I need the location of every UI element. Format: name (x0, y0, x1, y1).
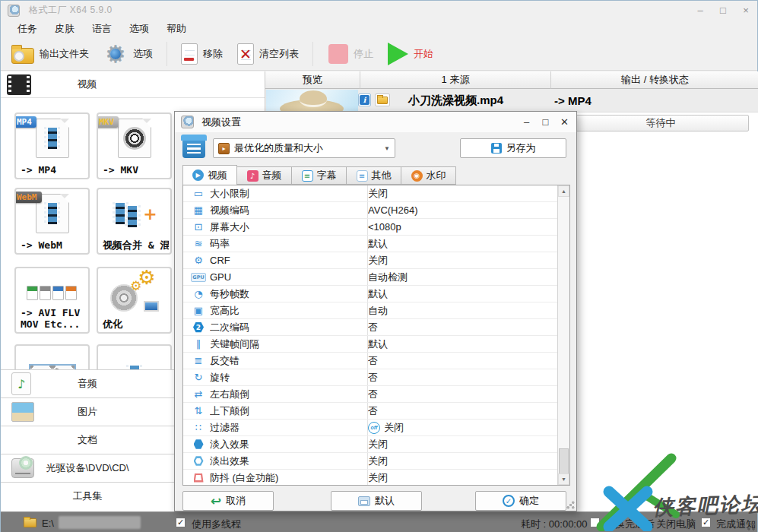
menu-item-0[interactable]: 任务 (14, 21, 40, 37)
remove-button[interactable]: 移除 (178, 42, 226, 66)
dialog-resize-grip[interactable] (566, 501, 575, 509)
card-icon-optimize: ⚙⚙ (98, 271, 170, 314)
setting-row-ruler[interactable]: ▭大小限制关闭 (183, 185, 569, 202)
setting-row-deinterlace[interactable]: ≣反交错否 (183, 353, 569, 369)
close-button[interactable]: × (741, 5, 751, 16)
scroll-down-arrow[interactable]: ▼ (558, 473, 569, 485)
check-circle-icon: ✓ (503, 495, 515, 507)
stabilize-icon (194, 473, 204, 483)
setting-row-chip[interactable]: ▦视频编码AVC(H264) (183, 202, 569, 219)
scroll-up-arrow[interactable]: ▲ (558, 185, 569, 197)
gear-icon: ⚙ (191, 255, 206, 266)
card-mp4[interactable]: MP4-> MP4 (14, 112, 90, 179)
setting-row-fadein[interactable]: 淡入效果关闭 (183, 436, 569, 453)
dialog-close-button[interactable]: ✕ (559, 116, 570, 128)
output-folder-button[interactable]: 输出文件夹 (8, 43, 92, 65)
setting-row-waves[interactable]: ≋码率默认 (183, 236, 569, 252)
setting-value-text: 关闭 (384, 421, 404, 435)
task-row[interactable]: i 小刀洗澡视频.mp4 -> MP4 (265, 89, 758, 112)
default-button[interactable]: 默认 (331, 491, 422, 511)
dialog-maximize-button[interactable]: □ (540, 116, 551, 128)
card-mkv[interactable]: MKV-> MKV (97, 112, 172, 179)
shutdown-option-label[interactable]: 关闭电脑 (656, 518, 696, 531)
setting-row-filter[interactable]: ∷过滤器off关闭 (183, 420, 569, 436)
setting-value: 关闭 (368, 454, 388, 468)
stabilize-icon (191, 473, 206, 483)
setting-row-fps[interactable]: ◔每秒帧数默认 (183, 286, 569, 302)
filmstrip-icon (43, 126, 62, 150)
mov-file-icon (52, 286, 64, 300)
setting-label: 旋转 (210, 371, 362, 385)
dialog-icon (181, 116, 194, 128)
dialog-minimize-button[interactable]: – (521, 116, 532, 128)
tab-other[interactable]: ≡其他 (347, 166, 401, 185)
column-header-output[interactable]: 输出 / 转换状态 (551, 71, 758, 89)
cancel-label: 取消 (226, 494, 246, 508)
gear-icon: ⚙ (130, 278, 141, 293)
setting-value: 关闭 (368, 254, 388, 268)
notify-checkbox[interactable]: ✓ (701, 518, 711, 527)
card-avi[interactable]: -> AVI FLV MOV Etc... (14, 267, 90, 334)
settings-scrollbar[interactable]: ▲ ▼ (557, 185, 569, 485)
back-arrow-icon: ↩ (211, 495, 221, 508)
after-convert-checkbox[interactable] (590, 518, 600, 527)
dialog-title: 视频设置 (201, 116, 241, 129)
clear-list-button[interactable]: 清空列表 (234, 42, 302, 66)
card-merge[interactable]: +视频合并 & 混流 (97, 188, 172, 255)
window-title: 格式工厂 X64 5.9.0 (29, 4, 113, 17)
card-webm[interactable]: WebM-> WebM (14, 188, 90, 255)
setting-row-gpu[interactable]: GPUGPU自动检测 (183, 269, 569, 286)
setting-row-screen[interactable]: ⊡屏幕大小<1080p (183, 219, 569, 236)
setting-row-fliph[interactable]: ⇄左右颠倒否 (183, 386, 569, 403)
stop-button[interactable]: 停止 (325, 43, 376, 65)
tab-audio[interactable]: ♪音频 (237, 166, 292, 185)
video-category-header[interactable]: 视频 (1, 71, 265, 98)
setting-row-stabilize[interactable]: 防抖 (白金功能)关闭 (183, 470, 569, 486)
setting-value: 否 (368, 404, 378, 418)
fadein-icon (191, 439, 206, 449)
menu-bar: 任务皮肤语言选项帮助 (1, 20, 757, 37)
tab-video[interactable]: ▶视频 (182, 165, 237, 185)
setting-row-fadeout[interactable]: 淡出效果关闭 (183, 453, 569, 470)
menu-item-4[interactable]: 帮助 (163, 21, 189, 37)
setting-label: 关键帧间隔 (210, 337, 362, 351)
options-button[interactable]: ⚙ 选项 (100, 41, 156, 67)
maximize-button[interactable]: □ (718, 5, 728, 16)
column-header-source[interactable]: 1 来源 (360, 71, 551, 89)
chevron-down-icon: ▼ (384, 145, 390, 152)
quality-preset-dropdown[interactable]: ▸ 最优化的质量和大小 ▼ (213, 138, 395, 158)
ok-button[interactable]: ✓ 确定 (475, 491, 566, 511)
cancel-button[interactable]: ↩ 取消 (182, 491, 274, 511)
minimize-button[interactable]: – (695, 5, 706, 16)
setting-row-keyframe[interactable]: ‖关键帧间隔默认 (183, 336, 569, 353)
video-tab-icon: ▶ (192, 169, 204, 181)
output-path[interactable]: E:\ (42, 518, 54, 529)
setting-row-flipv[interactable]: ⇅上下颠倒否 (183, 403, 569, 420)
tab-subtitle[interactable]: ≡字幕 (292, 166, 347, 185)
flv-file-icon (40, 286, 51, 300)
setting-row-gear[interactable]: ⚙CRF关闭 (183, 252, 569, 269)
settings-rows: ▭大小限制关闭▦视频编码AVC(H264)⊡屏幕大小<1080p≋码率默认⚙CR… (183, 185, 569, 486)
menu-item-1[interactable]: 皮肤 (52, 21, 78, 37)
multithread-checkbox[interactable]: ✓ (176, 518, 186, 527)
profile-archive-icon (182, 137, 205, 158)
default-stamp-icon (358, 496, 370, 506)
setting-row-two[interactable]: 2二次编码否 (183, 319, 569, 336)
tab-watermark[interactable]: ◉水印 (401, 166, 456, 185)
window-resize-grip[interactable] (747, 523, 755, 530)
setting-row-aspect[interactable]: ▣宽高比自动 (183, 302, 569, 319)
setting-value-text: 否 (368, 321, 378, 334)
video-preview-thumbnail[interactable] (266, 90, 358, 112)
column-header-preview[interactable]: 预览 (265, 71, 360, 89)
setting-row-rotate[interactable]: ↻旋转否 (183, 369, 569, 386)
setting-label: CRF (210, 255, 362, 266)
menu-item-2[interactable]: 语言 (89, 21, 115, 37)
setting-label: 淡入效果 (210, 438, 362, 451)
card-optimize[interactable]: ⚙⚙优化 (97, 267, 172, 334)
save-as-button[interactable]: 另存为 (460, 138, 566, 158)
two-icon: 2 (191, 322, 206, 333)
start-button[interactable]: 开始 (385, 41, 436, 67)
tab-label: 其他 (372, 169, 392, 182)
menu-item-3[interactable]: 选项 (126, 21, 152, 37)
setting-value-text: 关闭 (368, 187, 388, 201)
